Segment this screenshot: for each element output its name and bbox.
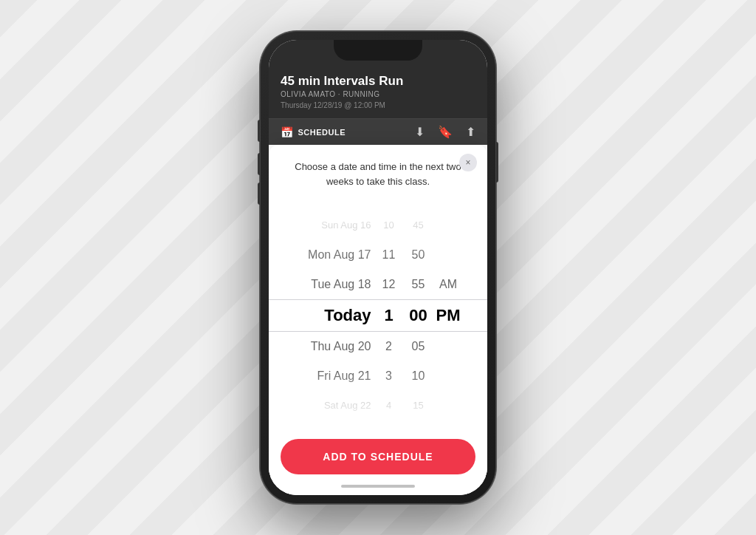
- modal-close-button[interactable]: ×: [459, 154, 477, 171]
- picker-minute-item[interactable]: 10: [404, 361, 433, 391]
- picker-container[interactable]: Sun Aug 16 Mon Aug 17 Tue Aug 18 Today T…: [269, 200, 487, 430]
- app-content: 45 min Intervals Run OLIVIA AMATO · RUNN…: [269, 40, 487, 495]
- phone-shell: 45 min Intervals Run OLIVIA AMATO · RUNN…: [260, 31, 496, 504]
- picker-date-item[interactable]: Mon Aug 17: [293, 240, 374, 270]
- picker-hour-item[interactable]: 10: [374, 211, 404, 240]
- modal-description: Choose a date and time in the next two w…: [269, 145, 487, 200]
- picker-date-column[interactable]: Sun Aug 16 Mon Aug 17 Tue Aug 18 Today T…: [293, 211, 374, 420]
- picker-hour-selected[interactable]: 1: [374, 299, 404, 332]
- picker-hour-item[interactable]: 4: [374, 391, 404, 420]
- picker-minute-item[interactable]: 45: [404, 211, 433, 240]
- home-indicator: [341, 485, 415, 488]
- tab-schedule-label: SCHEDULE: [298, 128, 346, 137]
- picker-ampm-selected[interactable]: PM: [433, 299, 464, 332]
- picker-hour-item[interactable]: 3: [374, 361, 404, 391]
- picker-columns: Sun Aug 16 Mon Aug 17 Tue Aug 18 Today T…: [269, 211, 487, 420]
- workout-time: Thursday 12/28/19 @ 12:00 PM: [281, 101, 475, 109]
- picker-ampm-item[interactable]: [433, 391, 464, 420]
- workout-title: 45 min Intervals Run: [281, 74, 475, 89]
- download-icon[interactable]: ⬇: [415, 125, 425, 139]
- picker-hour-column[interactable]: 10 11 12 1 2 3 4: [374, 211, 404, 420]
- picker-ampm-column[interactable]: AM PM: [433, 211, 464, 420]
- picker-ampm-item[interactable]: [433, 332, 464, 361]
- picker-date-item[interactable]: Tue Aug 18: [293, 270, 374, 299]
- bookmark-icon[interactable]: 🔖: [438, 125, 453, 139]
- add-to-schedule-button[interactable]: ADD TO SCHEDULE: [281, 439, 475, 474]
- picker-date-item[interactable]: Thu Aug 20: [293, 332, 374, 361]
- picker-date-item[interactable]: Sat Aug 22: [293, 391, 374, 420]
- picker-hour-item[interactable]: 2: [374, 332, 404, 361]
- tab-bar: 📅 SCHEDULE ⬇ 🔖 ⬆: [269, 118, 487, 145]
- tab-icons-right: ⬇ 🔖 ⬆: [415, 125, 475, 139]
- phone-notch: [334, 40, 422, 61]
- picker-minute-selected[interactable]: 00: [404, 299, 433, 332]
- picker-date-item[interactable]: Sun Aug 16: [293, 211, 374, 240]
- picker-date-item[interactable]: Fri Aug 21: [293, 361, 374, 391]
- phone-screen: 45 min Intervals Run OLIVIA AMATO · RUNN…: [269, 40, 487, 495]
- picker-hour-item[interactable]: 12: [374, 270, 404, 299]
- picker-ampm-item[interactable]: AM: [433, 270, 464, 299]
- picker-minute-column[interactable]: 45 50 55 00 05 10 15: [404, 211, 433, 420]
- share-icon[interactable]: ⬆: [466, 125, 475, 139]
- picker-minute-item[interactable]: 15: [404, 391, 433, 420]
- picker-minute-item[interactable]: 50: [404, 240, 433, 270]
- workout-subtitle: OLIVIA AMATO · RUNNING: [281, 90, 475, 98]
- modal: × Choose a date and time in the next two…: [269, 145, 487, 495]
- tab-schedule[interactable]: 📅 SCHEDULE: [281, 126, 346, 138]
- phone-device: 45 min Intervals Run OLIVIA AMATO · RUNN…: [260, 31, 496, 504]
- picker-ampm-item[interactable]: [433, 361, 464, 391]
- picker-hour-item[interactable]: 11: [374, 240, 404, 270]
- modal-overlay: × Choose a date and time in the next two…: [269, 145, 487, 495]
- picker-ampm-item[interactable]: [433, 240, 464, 270]
- calendar-icon: 📅: [281, 126, 294, 138]
- picker-ampm-item[interactable]: [433, 211, 464, 240]
- picker-date-selected[interactable]: Today: [293, 299, 374, 332]
- picker-minute-item[interactable]: 55: [404, 270, 433, 299]
- picker-minute-item[interactable]: 05: [404, 332, 433, 361]
